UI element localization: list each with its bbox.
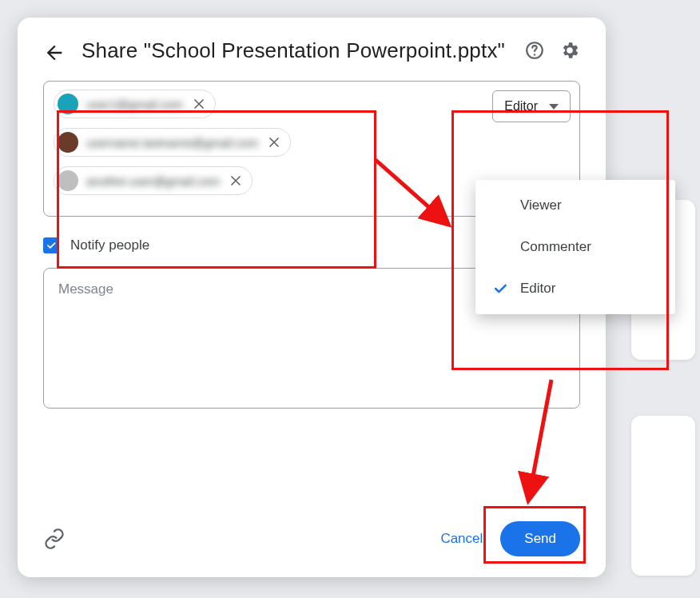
dialog-header: Share "School Presentation Powerpoint.pp… [43,37,580,65]
recipient-email: another.user@gmail.com [86,174,220,188]
avatar [58,94,78,114]
recipient-chip[interactable]: another.user@gmail.com [54,166,253,195]
role-option-commenter[interactable]: Commenter [475,226,675,268]
notify-checkbox[interactable] [43,237,59,253]
role-option-label: Commenter [520,239,591,255]
close-icon[interactable] [228,173,244,189]
role-option-label: Viewer [520,197,562,213]
close-icon[interactable] [191,96,207,112]
check-icon [491,281,509,297]
send-button[interactable]: Send [500,521,580,556]
role-option-label: Editor [520,281,555,297]
message-placeholder: Message [58,281,113,297]
role-option-viewer[interactable]: Viewer [475,185,675,226]
role-option-editor[interactable]: Editor [475,268,675,309]
close-icon[interactable] [266,134,282,150]
chevron-down-icon [549,104,559,110]
cancel-button[interactable]: Cancel [423,523,500,555]
dialog-footer: Cancel Send [43,521,580,556]
check-icon [46,240,57,251]
recipient-chip[interactable]: user1@gmail.com [54,90,216,118]
avatar [58,132,78,153]
svg-point-1 [534,54,535,55]
dialog-title: Share "School Presentation Powerpoint.pp… [82,37,508,65]
recipient-email: user1@gmail.com [86,98,183,111]
back-icon[interactable] [43,42,66,64]
link-icon[interactable] [43,528,66,550]
role-dropdown-menu: Viewer Commenter Editor [475,180,675,314]
gear-icon[interactable] [559,40,580,61]
role-dropdown-button[interactable]: Editor [492,90,571,122]
recipient-email: username.lastname@gmail.com [86,136,258,150]
background-tile [631,416,695,576]
notify-label: Notify people [70,237,149,253]
recipient-chip[interactable]: username.lastname@gmail.com [54,128,291,157]
role-selected-label: Editor [504,99,538,114]
avatar [58,170,78,191]
header-icons [524,40,580,61]
help-icon[interactable] [524,40,545,61]
